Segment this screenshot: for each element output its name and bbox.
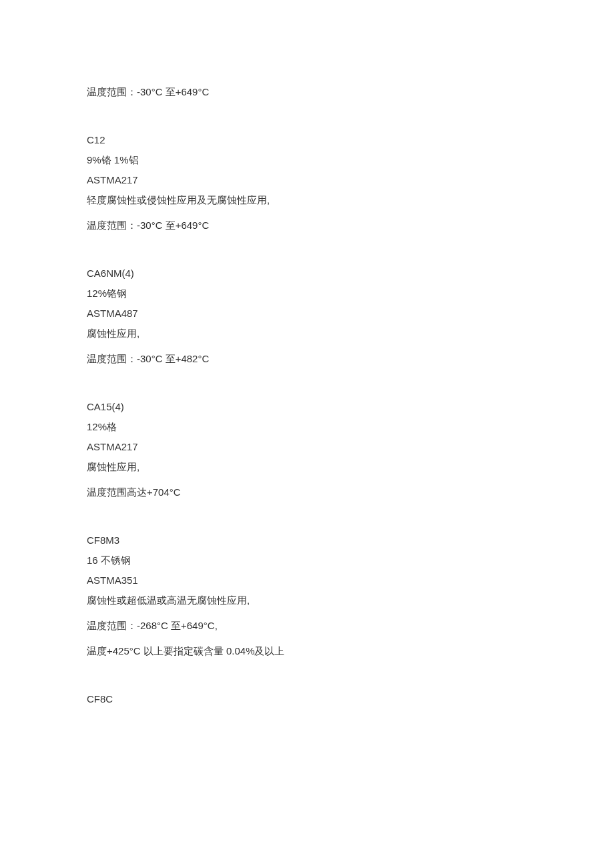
standard: ASTMA217 bbox=[87, 439, 527, 455]
standard: ASTMA351 bbox=[87, 572, 527, 588]
application: 腐蚀性应用, bbox=[87, 326, 527, 342]
material-code: CF8M3 bbox=[87, 532, 527, 548]
material-code: C12 bbox=[87, 132, 527, 148]
entry-0: 温度范围：-30°C 至+649°C bbox=[87, 84, 527, 100]
application: 腐蚀性应用, bbox=[87, 459, 527, 475]
document-page: 温度范围：-30°C 至+649°C C12 9%铬 1%铝 ASTMA217 … bbox=[0, 0, 614, 779]
composition: 12%格 bbox=[87, 419, 527, 435]
entry-1: C12 9%铬 1%铝 ASTMA217 轻度腐蚀性或侵蚀性应用及无腐蚀性应用,… bbox=[87, 132, 527, 234]
application: 腐蚀性或超低温或高温无腐蚀性应用, bbox=[87, 592, 527, 608]
temp-range: 温度范围：-268°C 至+649°C, bbox=[87, 618, 527, 634]
entry-2: CA6NM(4) 12%铬钢 ASTMA487 腐蚀性应用, 温度范围：-30°… bbox=[87, 266, 527, 367]
temp-range: 温度范围：-30°C 至+482°C bbox=[87, 351, 527, 367]
material-code: CF8C bbox=[87, 691, 527, 707]
standard: ASTMA487 bbox=[87, 306, 527, 322]
entry-5: CF8C bbox=[87, 691, 527, 707]
material-code: CA15(4) bbox=[87, 399, 527, 415]
standard: ASTMA217 bbox=[87, 172, 527, 188]
application: 轻度腐蚀性或侵蚀性应用及无腐蚀性应用, bbox=[87, 192, 527, 208]
temp-range: 温度范围高达+704°C bbox=[87, 484, 527, 500]
text-line: 温度范围：-30°C 至+649°C bbox=[87, 84, 527, 100]
composition: 12%铬钢 bbox=[87, 286, 527, 302]
entry-3: CA15(4) 12%格 ASTMA217 腐蚀性应用, 温度范围高达+704°… bbox=[87, 399, 527, 500]
entry-4: CF8M3 16 不锈钢 ASTMA351 腐蚀性或超低温或高温无腐蚀性应用, … bbox=[87, 532, 527, 659]
composition: 9%铬 1%铝 bbox=[87, 152, 527, 168]
composition: 16 不锈钢 bbox=[87, 552, 527, 568]
material-code: CA6NM(4) bbox=[87, 266, 527, 282]
note: 温度+425°C 以上要指定碳含量 0.04%及以上 bbox=[87, 643, 527, 659]
temp-range: 温度范围：-30°C 至+649°C bbox=[87, 218, 527, 234]
